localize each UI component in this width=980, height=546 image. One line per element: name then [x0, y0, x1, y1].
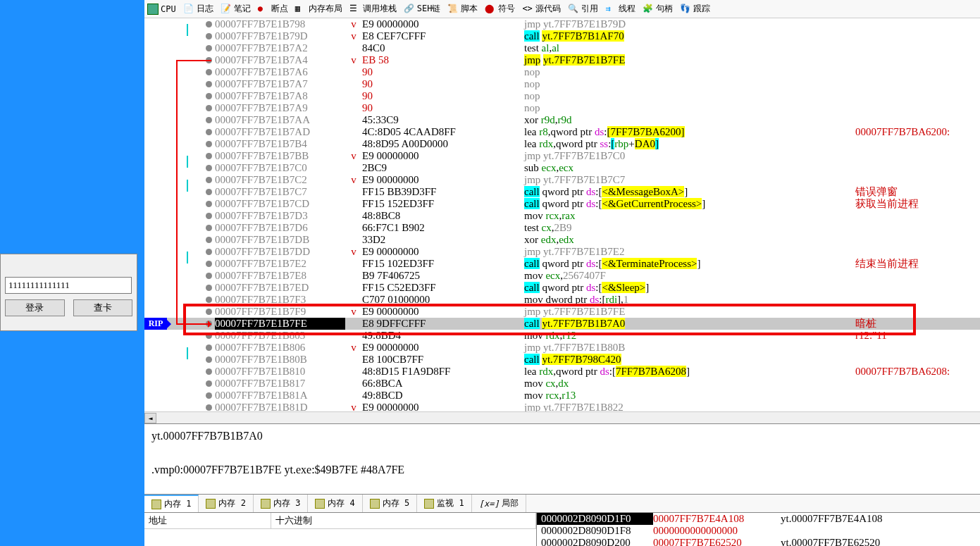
- tab-script[interactable]: 📜脚本: [447, 3, 478, 15]
- breakpoint-dot[interactable]: [206, 392, 212, 399]
- disasm-row[interactable]: 00007FF7B7E1B7DDvE9 00000000jmp yt.7FF7B…: [144, 246, 980, 258]
- tab-symbols[interactable]: ⬤符号: [485, 3, 515, 15]
- disasm-row[interactable]: 00007FF7B7E1B7A284C0test al,al: [144, 42, 980, 54]
- memory-tab[interactable]: 内存 5: [363, 495, 417, 512]
- disasm-row[interactable]: 00007FF7B7E1B80349:8BD4mov rdx,r12r12:"1…: [144, 330, 980, 342]
- disasm-row[interactable]: 00007FF7B7E1B81DvE9 00000000jmp yt.7FF7B…: [144, 402, 980, 411]
- disasm-row[interactable]: 00007FF7B7E1B7F3C707 01000000mov dword p…: [144, 294, 980, 306]
- memory-tab[interactable]: [x=]局部: [472, 495, 526, 512]
- tab-breakpoints[interactable]: ●断点: [258, 3, 288, 15]
- hscrollbar[interactable]: ◄: [144, 411, 980, 423]
- disasm-row[interactable]: 00007FF7B7E1B806vE9 00000000jmp yt.7FF7B…: [144, 342, 980, 354]
- breakpoint-dot[interactable]: [206, 33, 212, 39]
- disasm-row[interactable]: 00007FF7B7E1B81048:8D15 F1A9D8FFlea rdx,…: [144, 366, 980, 378]
- disassembly-view[interactable]: 00007FF7B7E1B798vE9 00000000jmp yt.7FF7B…: [144, 18, 980, 411]
- breakpoint-dot[interactable]: [206, 380, 212, 387]
- breakpoint-dot[interactable]: [206, 45, 212, 51]
- breakpoint-dot[interactable]: [206, 297, 212, 303]
- stack-row[interactable]: 0000002D8090D1F000007FF7B7E4A108yt.00007…: [537, 513, 980, 525]
- disasm-row[interactable]: 00007FF7B7E1B7EDFF15 C52ED3FFcall qword …: [144, 282, 980, 294]
- tab-log[interactable]: 📄日志: [183, 3, 213, 15]
- memory-tab[interactable]: 内存 3: [254, 495, 308, 512]
- breakpoint-dot[interactable]: [206, 309, 212, 315]
- breakpoint-dot[interactable]: [206, 213, 212, 219]
- disasm-row[interactable]: RIP00007FF7B7E1B7FEE8 9DFFCFFFcall yt.7F…: [144, 318, 980, 330]
- breakpoint-dot[interactable]: [206, 273, 212, 279]
- disasm-row[interactable]: 00007FF7B7E1B7D666:F7C1 B902test cx,2B9: [144, 222, 980, 234]
- disasm-row[interactable]: 00007FF7B7E1B7AA45:33C9xor r9d,r9d: [144, 114, 980, 126]
- check-card-button[interactable]: 查卡: [73, 299, 133, 316]
- memory-tab[interactable]: 监视 1: [417, 495, 471, 512]
- tab-handles[interactable]: 🧩句柄: [643, 3, 673, 15]
- disasm-row[interactable]: 00007FF7B7E1B7A4vEB 58jmp yt.7FF7B7E1B7F…: [144, 54, 980, 66]
- breakpoint-dot[interactable]: [206, 117, 212, 123]
- disasm-row[interactable]: 00007FF7B7E1B7A990nop: [144, 102, 980, 114]
- tab-notes[interactable]: 📝笔记: [221, 3, 251, 15]
- breakpoint-dot[interactable]: [206, 237, 212, 243]
- disasm-row[interactable]: 00007FF7B7E1B7E8B9 7F406725mov ecx,25674…: [144, 270, 980, 282]
- tab-cpu[interactable]: CPU: [147, 4, 176, 15]
- disasm-row[interactable]: 00007FF7B7E1B7A790nop: [144, 78, 980, 90]
- tab-source[interactable]: <>源代码: [522, 3, 561, 15]
- disasm-row[interactable]: 00007FF7B7E1B7A690nop: [144, 66, 980, 78]
- disasm-row[interactable]: 00007FF7B7E1B7E2FF15 102ED3FFcall qword …: [144, 258, 980, 270]
- disasm-row[interactable]: 00007FF7B7E1B80BE8 100CB7FFcall yt.7FF7B…: [144, 354, 980, 366]
- thread-icon: ⇉: [605, 4, 616, 15]
- breakpoint-dot[interactable]: [206, 105, 212, 111]
- disasm-row[interactable]: 00007FF7B7E1B7F9vE9 00000000jmp yt.7FF7B…: [144, 306, 980, 318]
- disasm-row[interactable]: 00007FF7B7E1B79DvE8 CEF7CFFFcall yt.7FF7…: [144, 30, 980, 42]
- breakpoint-dot[interactable]: [206, 201, 212, 207]
- memory-tab[interactable]: 内存 4: [308, 495, 362, 512]
- comment-cell: 获取当前进程: [855, 197, 919, 211]
- breakpoint-dot[interactable]: [206, 261, 212, 267]
- breakpoint-dot[interactable]: [206, 225, 212, 231]
- disasm-row[interactable]: 00007FF7B7E1B7C02BC9sub ecx,ecx: [144, 162, 980, 174]
- memory-tab[interactable]: 内存 1: [144, 495, 199, 512]
- gutter: [144, 174, 215, 186]
- breakpoint-dot[interactable]: [206, 69, 212, 75]
- breakpoint-dot[interactable]: [206, 141, 212, 147]
- stack-row[interactable]: 0000002D8090D1F80000000000000000: [537, 525, 980, 537]
- memory-dump[interactable]: 地址 十六进制: [144, 513, 536, 546]
- breakpoint-dot[interactable]: [206, 285, 212, 291]
- tab-callstack[interactable]: ☰调用堆栈: [349, 3, 397, 15]
- breakpoint-dot[interactable]: [206, 93, 212, 99]
- scroll-left-button[interactable]: ◄: [144, 413, 156, 423]
- disasm-row[interactable]: 00007FF7B7E1B7BBvE9 00000000jmp yt.7FF7B…: [144, 150, 980, 162]
- breakpoint-dot[interactable]: [206, 21, 212, 27]
- breakpoint-dot[interactable]: [206, 404, 212, 411]
- disasm-row[interactable]: 00007FF7B7E1B7AD4C:8D05 4CAAD8FFlea r8,q…: [144, 126, 980, 138]
- breakpoint-dot[interactable]: [206, 177, 212, 183]
- disasm-row[interactable]: 00007FF7B7E1B7D348:8BC8mov rcx,rax: [144, 210, 980, 222]
- tab-trace[interactable]: 👣跟踪: [680, 3, 710, 15]
- tab-references[interactable]: 🔍引用: [568, 3, 598, 15]
- memory-tab[interactable]: 内存 2: [199, 495, 253, 512]
- breakpoint-dot[interactable]: [206, 81, 212, 87]
- disasm-row[interactable]: 00007FF7B7E1B7DB33D2xor edx,edx: [144, 234, 980, 246]
- bytes-cell: 49:8BD4: [362, 330, 524, 342]
- breakpoint-dot[interactable]: [206, 165, 212, 171]
- disasm-row[interactable]: 00007FF7B7E1B798vE9 00000000jmp yt.7FF7B…: [144, 18, 980, 30]
- stack-row[interactable]: 0000002D8090D20000007FF7B7E62520yt.00007…: [537, 537, 980, 546]
- breakpoint-dot[interactable]: [206, 129, 212, 135]
- disasm-row[interactable]: 00007FF7B7E1B7CDFF15 152ED3FFcall qword …: [144, 198, 980, 210]
- tab-memmap[interactable]: ▦内存布局: [295, 3, 342, 15]
- breakpoint-dot[interactable]: [206, 356, 212, 363]
- breakpoint-dot[interactable]: [206, 333, 212, 339]
- tab-threads[interactable]: ⇉线程: [605, 3, 635, 15]
- disasm-row[interactable]: 00007FF7B7E1B7A890nop: [144, 90, 980, 102]
- disasm-row[interactable]: 00007FF7B7E1B81766:8BCAmov cx,dx: [144, 378, 980, 390]
- login-input[interactable]: [5, 277, 132, 294]
- breakpoint-dot[interactable]: [206, 368, 212, 375]
- breakpoint-dot[interactable]: [206, 345, 212, 351]
- breakpoint-dot[interactable]: [206, 189, 212, 195]
- disasm-row[interactable]: 00007FF7B7E1B81A49:8BCDmov rcx,r13: [144, 390, 980, 402]
- disasm-row[interactable]: 00007FF7B7E1B7C7FF15 BB39D3FFcall qword …: [144, 186, 980, 198]
- login-button[interactable]: 登录: [5, 299, 65, 316]
- disasm-row[interactable]: 00007FF7B7E1B7B448:8D95 A00D0000lea rdx,…: [144, 138, 980, 150]
- tab-seh[interactable]: 🔗SEH链: [404, 3, 441, 15]
- disasm-row[interactable]: 00007FF7B7E1B7C2vE9 00000000jmp yt.7FF7B…: [144, 174, 980, 186]
- breakpoint-dot[interactable]: [206, 249, 212, 255]
- stack-view[interactable]: 0000002D8090D1F000007FF7B7E4A108yt.00007…: [536, 513, 980, 546]
- breakpoint-dot[interactable]: [206, 153, 212, 159]
